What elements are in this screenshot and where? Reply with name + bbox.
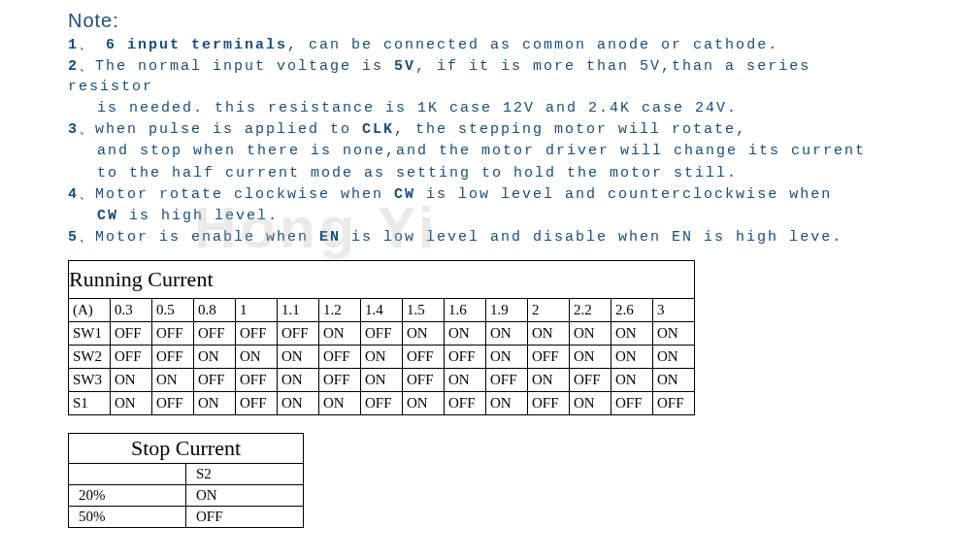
- cell: OFF: [319, 345, 361, 368]
- cell: ON: [486, 345, 528, 368]
- note-item-1: 1、 6 input terminals, can be connected a…: [68, 36, 890, 55]
- col-header: 2.2: [570, 298, 611, 321]
- note-bold: EN: [319, 229, 341, 246]
- table-row: 50% OFF: [69, 506, 304, 527]
- note-sep: 、: [79, 186, 95, 203]
- row-name: 50%: [69, 506, 186, 527]
- cell: ON: [528, 368, 570, 391]
- col-header: 1.1: [278, 298, 319, 321]
- cell: OFF: [236, 368, 278, 391]
- cell: ON: [653, 345, 695, 368]
- cell: OFF: [111, 321, 152, 345]
- cell: OFF: [319, 368, 361, 391]
- note-text: , can be connected as common anode or ca…: [287, 37, 778, 53]
- cell: ON: [653, 321, 695, 345]
- cell: OFF: [278, 321, 319, 345]
- cell: ON: [403, 391, 445, 414]
- col-header: 2: [528, 298, 570, 321]
- cell: ON: [570, 345, 611, 368]
- note-num: 1: [68, 37, 79, 53]
- col-header: 1.9: [486, 298, 528, 321]
- cell: ON: [653, 368, 695, 391]
- cell: ON: [486, 321, 528, 345]
- cell: OFF: [528, 345, 570, 368]
- cell: ON: [236, 345, 278, 368]
- col-header: 1.5: [403, 298, 445, 321]
- note-bold: 5V: [394, 58, 415, 75]
- cell: OFF: [152, 345, 194, 368]
- col-header: 1.2: [319, 298, 361, 321]
- table-row: S1 ON OFF ON OFF ON ON OFF ON OFF ON OFF…: [69, 391, 695, 414]
- note-text: The normal input voltage is: [95, 58, 394, 75]
- note-title: Note:: [68, 10, 890, 32]
- cell: OFF: [486, 368, 528, 391]
- cell: ON: [194, 345, 236, 368]
- table-row: SW3 ON ON OFF OFF ON OFF ON OFF ON OFF O…: [69, 368, 695, 391]
- running-title: Running Current: [69, 260, 695, 298]
- cell: OFF: [152, 391, 194, 414]
- cell: ON: [611, 321, 653, 345]
- header-label: (A): [69, 298, 111, 321]
- note-sep: 、: [79, 37, 95, 53]
- cell: ON: [278, 391, 319, 414]
- cell: OFF: [445, 345, 486, 368]
- cell: ON: [319, 321, 361, 345]
- cell: ON: [361, 368, 403, 391]
- cell: OFF: [653, 391, 695, 414]
- tables-area: Running Current (A) 0.3 0.5 0.8 1 1.1 1.…: [0, 260, 958, 528]
- cell: ON: [361, 345, 403, 368]
- note-item-3: 3、when pulse is applied to CLK, the step…: [68, 120, 890, 140]
- table-title-row: Stop Current: [69, 433, 304, 463]
- col-header: 3: [653, 298, 695, 321]
- note-item-4: 4、Motor rotate clockwise when CW is low …: [68, 185, 890, 205]
- row-name: SW2: [69, 345, 111, 368]
- cell: OFF: [445, 391, 486, 414]
- stop-current-table: Stop Current S2 20% ON 50% OFF: [68, 433, 304, 528]
- cell: OFF: [152, 321, 194, 345]
- note-text: Motor rotate clockwise when: [95, 186, 394, 203]
- cell: ON: [186, 484, 304, 506]
- stop-title: Stop Current: [69, 433, 304, 463]
- table-title-row: Running Current: [69, 260, 695, 298]
- running-current-table: Running Current (A) 0.3 0.5 0.8 1 1.1 1.…: [68, 260, 695, 415]
- note-item-2-cont: is needed. this resistance is 1K case 12…: [97, 99, 890, 118]
- note-text: is high level.: [118, 208, 279, 224]
- note-text: , the stepping motor will rotate,: [394, 121, 746, 138]
- table-row: 20% ON: [69, 484, 304, 506]
- empty-cell: [69, 463, 186, 484]
- table-header-row: (A) 0.3 0.5 0.8 1 1.1 1.2 1.4 1.5 1.6 1.…: [69, 298, 695, 321]
- note-text: when pulse is applied to: [95, 121, 362, 138]
- note-bold: CLK: [362, 121, 394, 138]
- cell: OFF: [194, 368, 236, 391]
- note-num: 2: [68, 58, 79, 75]
- cell: OFF: [236, 321, 278, 345]
- cell: ON: [319, 391, 361, 414]
- cell: OFF: [611, 391, 653, 414]
- cell: ON: [111, 368, 152, 391]
- note-item-4-cont: CW is high level.: [97, 207, 890, 226]
- col-header: 0.3: [111, 298, 152, 321]
- col-header: 2.6: [611, 298, 653, 321]
- cell: ON: [278, 368, 319, 391]
- cell: OFF: [528, 391, 570, 414]
- cell: ON: [611, 345, 653, 368]
- col-header: 1: [236, 298, 278, 321]
- note-num: 3: [68, 121, 79, 138]
- note-section: Note: 1、 6 input terminals, can be conne…: [0, 0, 958, 260]
- note-bold: CW: [97, 208, 118, 224]
- cell: OFF: [186, 506, 304, 527]
- cell: ON: [570, 321, 611, 345]
- note-text: is low level and counterclockwise when: [415, 186, 832, 203]
- row-name: S1: [69, 391, 111, 414]
- cell: ON: [445, 368, 486, 391]
- table-header-row: S2: [69, 463, 304, 484]
- note-text: Motor is enable when: [95, 229, 319, 246]
- cell: OFF: [403, 345, 445, 368]
- cell: ON: [403, 321, 445, 345]
- cell: OFF: [570, 368, 611, 391]
- col-header: 0.5: [152, 298, 194, 321]
- note-sep: 、: [79, 229, 95, 246]
- col-header: 1.6: [445, 298, 486, 321]
- note-sep: 、: [79, 121, 95, 138]
- table-row: SW1 OFF OFF OFF OFF OFF ON OFF ON ON ON …: [69, 321, 695, 345]
